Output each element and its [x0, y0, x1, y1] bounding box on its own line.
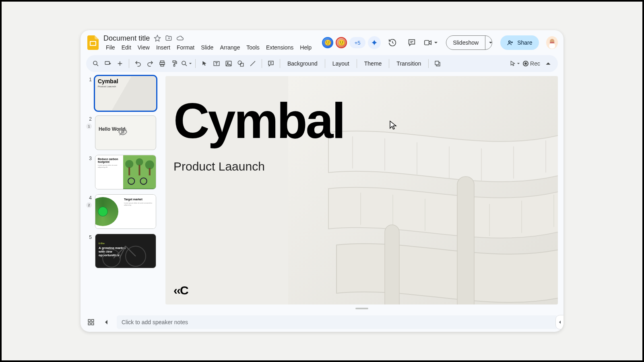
- menu-help[interactable]: Help: [297, 43, 314, 51]
- rec-button[interactable]: Rec: [521, 58, 542, 69]
- add-comment-icon[interactable]: [265, 58, 277, 69]
- thumb-subtitle: Product Laaunch: [98, 85, 116, 88]
- collaborator-count[interactable]: +5: [349, 37, 365, 48]
- account-avatar[interactable]: [546, 36, 558, 49]
- toolbar: Background Layout Theme Transition Rec: [86, 55, 558, 72]
- svg-rect-35: [92, 319, 94, 321]
- image-icon[interactable]: [223, 58, 234, 69]
- prev-slide-icon[interactable]: [101, 317, 111, 327]
- slide-title[interactable]: Cymbal: [173, 92, 344, 149]
- comments-icon[interactable]: [407, 38, 416, 47]
- line-icon[interactable]: [247, 58, 258, 69]
- collaborator-avatar-2[interactable]: 🙂: [336, 37, 347, 48]
- slide-thumb-3[interactable]: Reduce carbon footprintLorem ipsum dolor…: [95, 155, 156, 189]
- undo-icon[interactable]: [132, 58, 144, 69]
- redo-icon[interactable]: [144, 58, 156, 69]
- thumb-title: Reduce carbon footprint: [98, 158, 121, 163]
- slide-thumb-2[interactable]: Hello World.: [95, 115, 156, 150]
- collaborator-avatar-1[interactable]: 🙂: [322, 37, 333, 48]
- svg-rect-34: [88, 319, 90, 321]
- svg-point-16: [238, 61, 242, 64]
- svg-rect-2: [425, 41, 429, 45]
- svg-rect-36: [88, 323, 90, 325]
- transition-button[interactable]: Transition: [392, 60, 425, 67]
- new-slide-icon[interactable]: [114, 58, 126, 69]
- menu-arrange[interactable]: Arrange: [217, 43, 242, 51]
- bottom-bar: Click to add speaker notes: [80, 313, 564, 332]
- slide-canvas[interactable]: Cymbal Product Laaunch ‹‹C: [165, 76, 558, 304]
- svg-rect-24: [128, 167, 130, 175]
- collapse-toolbar-icon[interactable]: [543, 58, 554, 69]
- svg-point-12: [182, 61, 186, 65]
- background-button[interactable]: Background: [283, 60, 322, 67]
- slide-number: 2: [86, 115, 92, 122]
- speaker-notes-input[interactable]: Click to add speaker notes: [117, 315, 558, 329]
- meet-button[interactable]: [423, 38, 438, 47]
- new-slide-layout-icon[interactable]: [102, 58, 114, 69]
- menu-bar: File Edit View Insert Format Slide Arran…: [103, 43, 314, 51]
- speaker-notes-placeholder: Click to add speaker notes: [122, 319, 188, 325]
- history-icon[interactable]: [388, 38, 397, 47]
- move-folder-icon[interactable]: [165, 35, 172, 42]
- svg-point-30: [103, 249, 120, 267]
- apps-script-icon[interactable]: [432, 58, 443, 69]
- slide-subtitle[interactable]: Product Laaunch: [173, 160, 265, 173]
- thumb-title: Target market: [124, 198, 153, 201]
- svg-point-3: [509, 41, 511, 43]
- print-icon[interactable]: [157, 58, 168, 69]
- menu-format[interactable]: Format: [174, 43, 197, 51]
- paint-format-icon[interactable]: [169, 58, 180, 69]
- share-people-icon: [507, 39, 514, 46]
- grid-view-icon[interactable]: [86, 317, 96, 327]
- star-icon[interactable]: [154, 35, 161, 42]
- thumb-title: Cymbal: [98, 78, 118, 84]
- svg-point-22: [136, 158, 143, 166]
- slide-thumb-1[interactable]: Cymbal Product Laaunch: [95, 76, 156, 111]
- menu-tools[interactable]: Tools: [244, 43, 262, 51]
- svg-rect-10: [161, 64, 164, 66]
- gemini-icon[interactable]: [368, 36, 381, 49]
- slide-number: 5: [86, 234, 92, 240]
- svg-point-23: [145, 160, 154, 169]
- share-label: Share: [517, 39, 532, 46]
- menu-file[interactable]: File: [103, 43, 118, 51]
- filmstrip: 1 Cymbal Product Laaunch 21 Hello World.…: [86, 76, 161, 313]
- svg-rect-18: [435, 61, 439, 65]
- thumb-comment-badge[interactable]: 1: [86, 123, 92, 129]
- slides-logo-icon[interactable]: [86, 35, 99, 50]
- svg-point-15: [227, 62, 228, 64]
- pointer-mode-icon[interactable]: [509, 58, 520, 69]
- svg-point-6: [93, 61, 97, 65]
- cloud-status-icon[interactable]: [176, 35, 184, 42]
- collaborator-avatars: 🙂 🙂 +5: [322, 36, 381, 49]
- shape-icon[interactable]: [235, 58, 246, 69]
- textbox-icon[interactable]: [211, 58, 222, 69]
- select-tool-icon[interactable]: [199, 58, 210, 69]
- side-panel-toggle-icon[interactable]: [555, 315, 564, 329]
- menu-slide[interactable]: Slide: [198, 43, 216, 51]
- svg-rect-25: [138, 165, 140, 175]
- menu-view[interactable]: View: [135, 43, 152, 51]
- slideshow-dropdown-icon[interactable]: [485, 36, 492, 49]
- theme-button[interactable]: Theme: [360, 60, 386, 67]
- share-button[interactable]: Share: [500, 35, 539, 50]
- search-menus-icon[interactable]: [90, 58, 101, 69]
- slide-logo-mark: ‹‹C: [173, 284, 188, 297]
- svg-rect-26: [149, 168, 151, 175]
- svg-rect-32: [457, 177, 474, 304]
- slide-thumb-4[interactable]: Target marketLorem ipsum dolor sit amet …: [95, 194, 156, 229]
- titlebar: Document title File Edit View Insert For…: [80, 30, 564, 55]
- slide-thumb-5[interactable]: E-Bike A growing market with new opportu…: [95, 234, 156, 268]
- zoom-icon[interactable]: [181, 58, 192, 69]
- menu-extensions[interactable]: Extensions: [264, 43, 296, 51]
- svg-rect-33: [385, 225, 399, 304]
- menu-insert[interactable]: Insert: [154, 43, 173, 51]
- document-title[interactable]: Document title: [103, 34, 150, 43]
- thumb-comment-badge[interactable]: 2: [86, 202, 92, 208]
- menu-edit[interactable]: Edit: [119, 43, 134, 51]
- slideshow-button[interactable]: Slideshow: [446, 35, 492, 50]
- layout-button[interactable]: Layout: [328, 60, 353, 67]
- slide-number: 4: [86, 194, 92, 201]
- notes-resize-handle[interactable]: [355, 308, 368, 309]
- svg-rect-37: [92, 323, 94, 325]
